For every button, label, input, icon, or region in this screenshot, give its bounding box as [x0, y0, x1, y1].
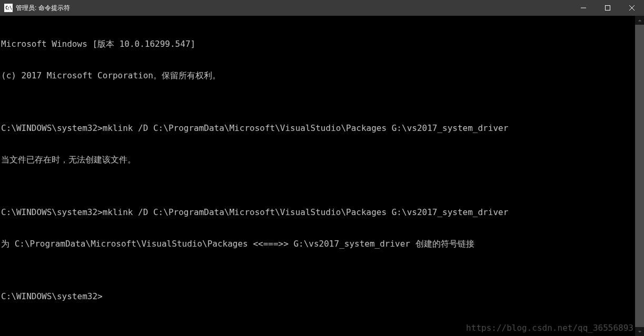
close-icon	[629, 5, 635, 11]
terminal-content[interactable]: Microsoft Windows [版本 10.0.16299.547] (c…	[0, 16, 635, 336]
window-title: 管理员: 命令提示符	[16, 4, 571, 13]
terminal-line: 当文件已存在时，无法创建该文件。	[1, 155, 635, 165]
scroll-track[interactable]	[635, 25, 644, 327]
terminal-line: (c) 2017 Microsoft Corporation。保留所有权利。	[1, 70, 635, 81]
terminal-line: C:\WINDOWS\system32>	[1, 291, 635, 302]
terminal-line: Microsoft Windows [版本 10.0.16299.547]	[1, 39, 635, 49]
terminal-line: 为 C:\ProgramData\Microsoft\VisualStudio\…	[1, 239, 635, 249]
scroll-thumb[interactable]	[635, 25, 644, 327]
vertical-scrollbar[interactable]	[635, 16, 644, 336]
terminal-line: C:\WINDOWS\system32>mklink /D C:\Program…	[1, 123, 635, 134]
scroll-up-button[interactable]	[635, 16, 644, 25]
minimize-button[interactable]	[571, 0, 596, 16]
maximize-button[interactable]	[596, 0, 620, 16]
chevron-down-icon	[638, 330, 642, 334]
chevron-up-icon	[638, 18, 642, 23]
svg-rect-1	[606, 6, 610, 11]
cmd-icon: C:\	[4, 4, 13, 12]
close-button[interactable]	[620, 0, 644, 16]
terminal-line: C:\WINDOWS\system32>mklink /D C:\Program…	[1, 207, 635, 218]
scroll-down-button[interactable]	[635, 327, 644, 336]
titlebar[interactable]: C:\ 管理员: 命令提示符	[0, 0, 644, 16]
maximize-icon	[605, 5, 610, 11]
minimize-icon	[581, 5, 586, 11]
terminal-area: Microsoft Windows [版本 10.0.16299.547] (c…	[0, 16, 644, 336]
window-controls	[571, 0, 644, 16]
